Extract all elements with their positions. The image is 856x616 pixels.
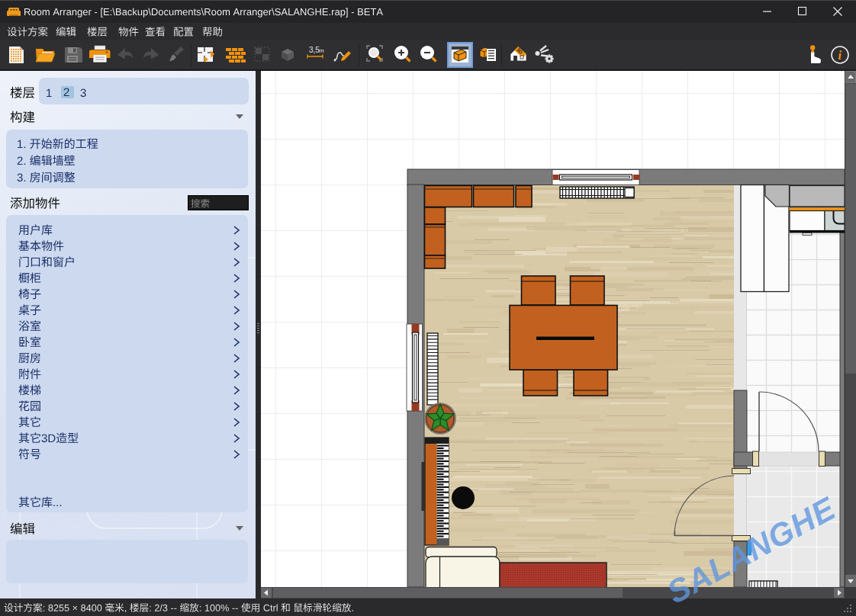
- svg-text:i: i: [838, 49, 842, 62]
- svg-text:m: m: [319, 47, 324, 54]
